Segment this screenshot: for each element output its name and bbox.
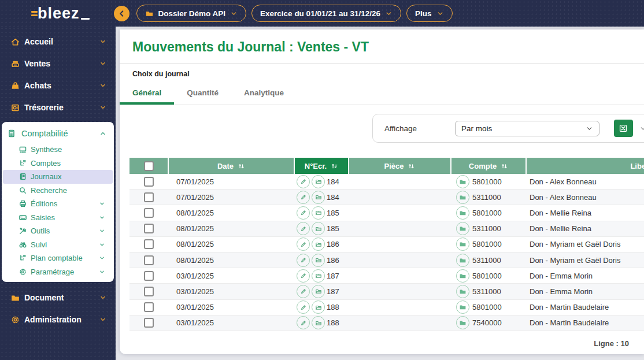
table-row: 07/01/2025 184 5801000 Don - Alex Bonnea…	[129, 174, 644, 190]
column-header-compte[interactable]: Compte	[451, 158, 525, 174]
table-row: 03/01/2025 188 5801000 Don - Martin Baud…	[129, 300, 644, 316]
column-header-date[interactable]: Date	[169, 158, 294, 174]
sidebar-item-recherche[interactable]: Recherche	[3, 184, 113, 198]
cell-libelle: Don - Mellie Reina	[527, 221, 644, 236]
tab-quantite[interactable]: Quantité	[174, 83, 231, 105]
cell-libelle: Don - Myriam et Gaël Doris	[527, 237, 644, 252]
sidebar-item-comptes[interactable]: Comptes	[3, 157, 113, 170]
cell-piece	[349, 300, 450, 315]
chevron-down-icon	[99, 316, 106, 323]
cell-piece	[349, 237, 450, 252]
edit-row-button[interactable]	[297, 206, 310, 220]
folder-open-icon	[315, 272, 322, 279]
open-entry-button[interactable]	[312, 254, 325, 267]
column-header-necr[interactable]: N°Ecr.	[295, 158, 348, 174]
table-row: 08/01/2025 185 5311000 Don - Mellie Rein…	[129, 221, 644, 237]
sidebar-item-administration[interactable]: Administration	[0, 309, 116, 331]
open-entry-button[interactable]	[312, 237, 325, 251]
row-checkbox[interactable]	[144, 302, 154, 312]
sidebar-item-outils[interactable]: Outils	[3, 224, 113, 238]
chevron-down-icon[interactable]	[639, 125, 644, 132]
edit-row-button[interactable]	[297, 222, 310, 235]
cell-date: 08/01/2025	[169, 253, 294, 268]
edit-row-button[interactable]	[297, 237, 310, 251]
open-entry-button[interactable]	[312, 316, 325, 329]
sidebar-item-saisies[interactable]: Saisies	[3, 211, 113, 225]
tab-general[interactable]: Général	[120, 83, 174, 105]
chevron-down-icon	[99, 242, 105, 248]
edit-row-button[interactable]	[297, 269, 310, 283]
open-entry-button[interactable]	[312, 300, 325, 314]
export-excel-button[interactable]	[614, 120, 633, 137]
edit-row-button[interactable]	[297, 175, 310, 188]
affichage-label: Affichage	[384, 124, 417, 133]
sidebar-item-synthese[interactable]: Synthèse	[3, 143, 113, 157]
sidebar-item-parametrage[interactable]: Paramétrage	[3, 265, 113, 279]
sidebar-collapse-button[interactable]	[114, 6, 129, 21]
row-checkbox[interactable]	[144, 224, 154, 233]
affichage-select[interactable]: Par mois	[455, 121, 599, 136]
chevron-down-icon	[99, 294, 106, 301]
column-header-piece[interactable]: Pièce	[349, 158, 450, 174]
pencil-icon	[300, 241, 307, 248]
open-entry-button[interactable]	[312, 285, 325, 298]
section-label: Choix du journal	[120, 64, 644, 83]
cell-date: 07/01/2025	[169, 190, 294, 205]
open-entry-button[interactable]	[312, 206, 325, 220]
cash-register-icon	[10, 59, 24, 69]
sidebar-item-accueil[interactable]: Accueil	[0, 31, 116, 53]
open-entry-button[interactable]	[312, 175, 325, 188]
content-panel: Mouvements du Journal : Ventes - VT Choi…	[120, 29, 644, 354]
open-entry-button[interactable]	[312, 269, 325, 283]
row-checkbox[interactable]	[144, 255, 154, 265]
folder-open-icon	[315, 241, 322, 248]
sidebar-item-comptabilite[interactable]: Comptabilité	[2, 124, 114, 143]
book-icon	[18, 172, 31, 181]
row-checkbox[interactable]	[144, 271, 154, 281]
row-checkbox[interactable]	[144, 177, 154, 187]
row-checkbox[interactable]	[144, 287, 154, 296]
sidebar-item-journaux[interactable]: Journaux	[3, 170, 113, 184]
cell-date: 03/01/2025	[169, 316, 294, 331]
account-folder-icon	[456, 316, 469, 329]
chevron-down-icon	[385, 10, 393, 17]
select-all-checkbox[interactable]	[144, 161, 154, 171]
sidebar-item-document[interactable]: Document	[0, 287, 116, 309]
edit-row-button[interactable]	[297, 300, 310, 314]
sort-both-icon	[238, 162, 245, 170]
cell-date: 03/01/2025	[169, 268, 294, 283]
column-header-libelle[interactable]: Libellé	[527, 158, 644, 174]
sidebar-item-ventes[interactable]: Ventes	[0, 53, 116, 75]
edit-row-button[interactable]	[297, 316, 310, 329]
cell-libelle: Don - Emma Morin	[527, 284, 644, 299]
sidebar-item-achats[interactable]: Achats	[0, 75, 116, 97]
cell-libelle: Don - Myriam et Gaël Doris	[527, 253, 644, 268]
edit-row-button[interactable]	[297, 254, 310, 267]
sidebar-item-tresorerie[interactable]: Trésorerie	[0, 97, 116, 118]
open-entry-button[interactable]	[312, 222, 325, 235]
sidebar-item-suivi[interactable]: Suivi	[3, 238, 113, 252]
calculator-icon	[7, 129, 21, 138]
sidebar-item-plan-comptable[interactable]: Plan comptable	[3, 251, 113, 265]
row-checkbox[interactable]	[144, 239, 154, 249]
bleez-logo: bleez	[31, 5, 90, 23]
exercice-selector-button[interactable]: Exercice du 01/01/21 au 31/12/26	[251, 5, 401, 22]
row-checkbox[interactable]	[144, 318, 154, 328]
row-checkbox[interactable]	[144, 192, 154, 202]
plus-menu-button[interactable]: Plus	[406, 5, 453, 22]
chevron-down-icon	[99, 201, 105, 207]
cell-date: 08/01/2025	[169, 221, 294, 236]
dossier-selector-button[interactable]: Dossier Démo API	[136, 5, 247, 22]
sidebar-item-editions[interactable]: Éditions	[3, 197, 113, 211]
cell-ecr: 188	[327, 318, 339, 327]
comptabilite-section: Comptabilité Synthèse Comptes Journaux R…	[2, 122, 114, 282]
edit-row-button[interactable]	[297, 285, 310, 298]
tab-analytique[interactable]: Analytique	[231, 83, 297, 105]
pencil-icon	[300, 194, 307, 201]
open-entry-button[interactable]	[312, 191, 325, 204]
row-checkbox[interactable]	[144, 208, 154, 218]
edit-row-button[interactable]	[297, 191, 310, 204]
cell-compte: 5801000	[472, 209, 502, 217]
chevron-down-icon	[99, 82, 106, 89]
search-icon	[18, 186, 31, 195]
